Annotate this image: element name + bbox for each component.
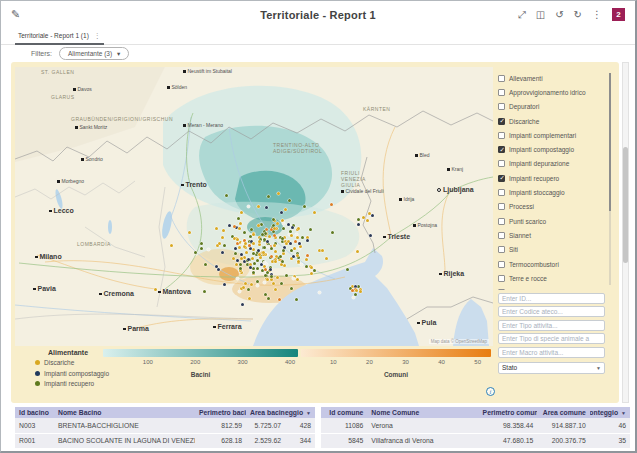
tab-kebab-icon[interactable]: ⋮ [94,32,101,40]
checkbox-checked[interactable] [498,118,505,125]
table-row[interactable]: N003BRENTA-BACCHIGLIONE812.595.725.07428 [15,418,315,433]
map-point[interactable] [239,222,242,225]
column-header[interactable]: Nome Comune [367,407,478,418]
map-point[interactable] [249,266,252,269]
map-point[interactable] [273,244,276,247]
filter-pill-alimentante[interactable]: Alimentante (3) ▾ [59,47,129,60]
map-point[interactable] [256,267,259,270]
checkbox-item[interactable]: Impianti depurazione [498,157,605,171]
checkbox-unchecked[interactable] [498,261,505,268]
map-point[interactable] [273,234,276,237]
map-point[interactable] [248,244,251,247]
column-header[interactable]: Perimetro bacino [195,407,246,418]
map-point[interactable] [249,247,252,250]
table-row[interactable]: 5845Villafranca di Verona47.680.15200.37… [321,433,630,448]
map-point[interactable] [240,257,243,260]
map-point[interactable] [188,231,191,234]
checkbox-item[interactable]: Processi [498,200,605,214]
map-point[interactable] [368,212,371,215]
column-header[interactable]: Conteggio▼ [285,407,315,418]
map-point[interactable] [305,258,308,261]
map-point[interactable] [239,267,242,270]
canvas-scrollbar-thumb[interactable] [623,147,628,263]
checkbox-unchecked[interactable] [498,275,505,282]
column-header[interactable]: Area comune [537,407,590,418]
checkbox-item[interactable]: Punti scarico [498,214,605,228]
map-point[interactable] [270,255,273,258]
map-point[interactable] [289,230,292,233]
map-point[interactable] [247,288,250,291]
checkbox-item[interactable]: Unita locali [498,285,605,290]
map-point[interactable] [280,211,283,214]
map-point[interactable] [250,283,253,286]
map-point[interactable] [303,205,306,208]
map-point[interactable] [221,236,224,239]
id-input[interactable] [498,293,605,304]
map-point[interactable] [234,252,237,255]
map-point[interactable] [235,263,238,266]
checkbox-unchecked[interactable] [498,218,505,225]
map-point[interactable] [357,218,360,221]
map-point[interactable] [200,242,203,245]
map-point[interactable] [170,244,173,247]
checkbox-checked[interactable] [498,175,505,182]
map-point[interactable] [346,268,349,271]
map-point[interactable] [280,282,283,285]
checkbox-item[interactable]: Discariche [498,114,605,128]
undo-icon[interactable]: ↺ [555,10,563,20]
alerts-badge[interactable]: 2 [612,8,625,21]
map-point[interactable] [280,263,283,266]
checkbox-item[interactable]: Impianti stoccaggio [498,185,605,199]
checkbox-unchecked[interactable] [498,189,505,196]
checkbox-item[interactable]: Approvvigionamento idrico [498,85,605,99]
map-point[interactable] [309,228,312,231]
map-point[interactable] [242,286,245,289]
map-point[interactable] [290,287,293,290]
checkbox-unchecked[interactable] [498,103,505,110]
map-point[interactable] [274,250,277,253]
checkbox-unchecked[interactable] [498,289,505,290]
map-point[interactable] [234,247,237,250]
column-header[interactable]: Nome Bacino [54,407,195,418]
map-point[interactable] [287,223,290,226]
checkbox-unchecked[interactable] [498,246,505,253]
checkbox-item[interactable]: Impianti compostaggio [498,142,605,156]
map-point[interactable] [259,256,262,259]
column-filter-icon[interactable]: ▼ [306,410,311,416]
map-point[interactable] [285,274,288,277]
stato-select[interactable]: Stato ▼ [498,362,605,374]
table-row[interactable]: 11086Verona98.358.44914.887.1046 [321,418,630,433]
map-point[interactable] [305,265,308,268]
checkbox-unchecked[interactable] [498,89,505,96]
info-icon[interactable]: i [486,387,495,396]
map-point[interactable] [240,211,243,214]
map-point[interactable] [369,234,372,237]
checkbox-item[interactable]: Impianti recupero [498,171,605,185]
map-point[interactable] [264,268,267,271]
checkbox-item[interactable]: Termocombustori [498,257,605,271]
map-point[interactable] [262,251,265,254]
map-point[interactable] [203,290,206,293]
map-point[interactable] [194,251,197,254]
redo-icon[interactable]: ↻ [574,10,582,20]
map-point[interactable] [296,254,299,257]
map-point[interactable] [270,247,273,250]
map-point[interactable] [204,263,207,266]
map-point[interactable] [215,227,218,230]
table-row[interactable]: R001BACINO SCOLANTE IN LAGUNA DI VENEZIA… [15,433,315,448]
map-point[interactable] [258,253,261,256]
tab-territoriale-report[interactable]: Territoriale - Report 1 (1) ⋮ [15,28,104,45]
column-filter-icon[interactable]: ▼ [621,410,626,416]
checkbox-unchecked[interactable] [498,132,505,139]
codice-ateco-input[interactable] [498,306,605,317]
checkbox-checked[interactable] [498,146,505,153]
checkbox-item[interactable]: Impianti complementari [498,128,605,142]
checkbox-unchecked[interactable] [498,203,505,210]
map-point[interactable] [261,233,264,236]
column-header[interactable]: Area bacino [246,407,285,418]
map-point[interactable] [236,277,239,280]
map-point[interactable] [366,219,369,222]
map-point[interactable] [300,263,303,266]
checkbox-unchecked[interactable] [498,75,505,82]
map-point[interactable] [273,227,276,230]
